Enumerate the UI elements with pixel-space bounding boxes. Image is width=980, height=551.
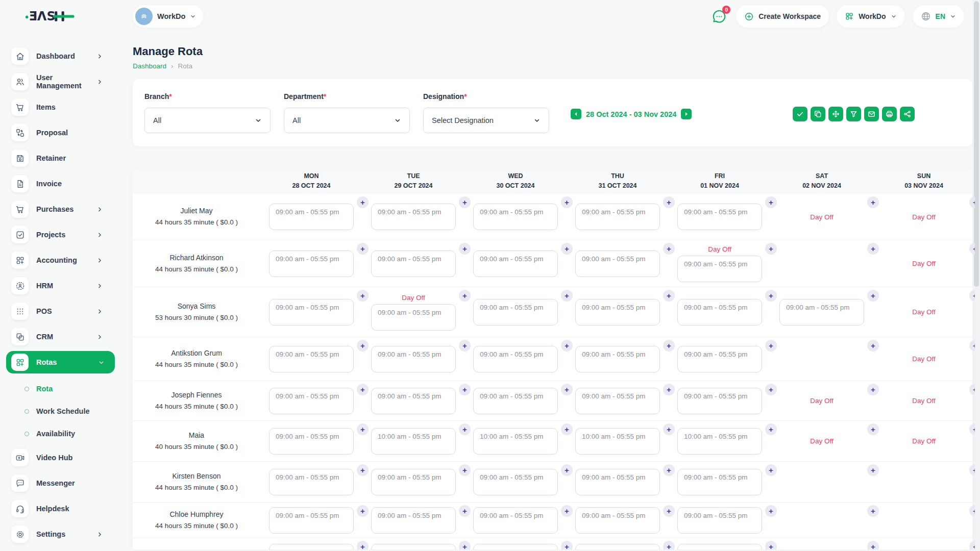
workdo-menu-button[interactable]: WorkDo bbox=[837, 5, 904, 28]
shift-slot[interactable]: 09:00 am - 05:55 pm bbox=[473, 507, 558, 534]
shift-slot[interactable]: 09:00 am - 05:55 pm bbox=[269, 544, 354, 550]
sidebar-item-messenger[interactable]: Messenger bbox=[0, 470, 117, 496]
share-button[interactable] bbox=[900, 107, 915, 121]
shift-slot[interactable]: 10:00 am - 05:55 pm bbox=[473, 428, 558, 455]
add-shift-button[interactable]: + bbox=[765, 384, 777, 395]
shift-slot[interactable]: 09:00 am - 05:55 pm bbox=[575, 388, 660, 414]
add-shift-button[interactable]: + bbox=[765, 464, 777, 476]
sidebar-item-items[interactable]: Items bbox=[0, 94, 117, 120]
add-shift-button[interactable]: + bbox=[867, 464, 879, 476]
add-shift-button[interactable]: + bbox=[561, 541, 573, 549]
sidebar-item-pos[interactable]: POS bbox=[0, 298, 117, 324]
add-shift-button[interactable]: + bbox=[969, 243, 975, 255]
add-shift-button[interactable]: + bbox=[357, 290, 369, 302]
shift-slot[interactable]: 09:00 am - 05:55 pm bbox=[473, 346, 558, 372]
sidebar-item-proposal[interactable]: Proposal bbox=[0, 120, 117, 145]
add-shift-button[interactable]: + bbox=[459, 196, 471, 208]
add-shift-button[interactable]: + bbox=[765, 340, 777, 352]
add-shift-button[interactable]: + bbox=[663, 196, 675, 208]
add-shift-button[interactable]: + bbox=[459, 423, 471, 435]
shift-slot[interactable]: 09:00 am - 05:55 pm bbox=[371, 388, 456, 414]
shift-slot[interactable]: 09:00 am - 05:55 pm bbox=[677, 299, 762, 325]
sidebar-item-helpdesk[interactable]: Helpdesk bbox=[0, 496, 117, 521]
sidebar-item-crm[interactable]: CRM bbox=[0, 324, 117, 349]
add-shift-button[interactable]: + bbox=[663, 464, 675, 476]
add-shift-button[interactable]: + bbox=[459, 464, 471, 476]
add-shift-button[interactable]: + bbox=[357, 340, 369, 352]
add-shift-button[interactable]: + bbox=[969, 423, 975, 435]
shift-slot[interactable]: 09:00 am - 05:55 pm bbox=[575, 507, 660, 534]
add-shift-button[interactable]: + bbox=[663, 505, 675, 517]
shift-slot[interactable]: 09:00 am - 05:55 pm bbox=[371, 544, 456, 550]
sidebar-subitem-rota[interactable]: Rota bbox=[0, 378, 117, 400]
sidebar-item-projects[interactable]: Projects bbox=[0, 222, 117, 247]
add-shift-button[interactable]: + bbox=[561, 423, 573, 435]
branch-select[interactable]: All bbox=[144, 108, 271, 133]
add-shift-button[interactable]: + bbox=[561, 340, 573, 352]
shift-slot[interactable]: 09:00 am - 05:55 pm bbox=[677, 256, 762, 282]
add-shift-button[interactable]: + bbox=[459, 243, 471, 255]
add-shift-button[interactable]: + bbox=[969, 384, 975, 395]
shift-slot[interactable]: 09:00 am - 05:55 pm bbox=[371, 507, 456, 534]
add-shift-button[interactable]: + bbox=[357, 464, 369, 476]
add-shift-button[interactable]: + bbox=[867, 505, 879, 517]
shift-slot[interactable]: 09:00 am - 05:55 pm bbox=[575, 544, 660, 550]
add-shift-button[interactable]: + bbox=[561, 464, 573, 476]
shift-slot[interactable]: 09:00 am - 05:55 pm bbox=[473, 544, 558, 550]
add-shift-button[interactable]: + bbox=[969, 290, 975, 302]
shift-slot[interactable]: 09:00 am - 05:55 pm bbox=[473, 299, 558, 325]
add-shift-button[interactable]: + bbox=[663, 384, 675, 395]
shift-slot[interactable]: 09:00 am - 05:55 pm bbox=[269, 469, 354, 495]
add-shift-button[interactable]: + bbox=[765, 290, 777, 302]
copy-button[interactable] bbox=[811, 107, 825, 121]
shift-slot[interactable]: 09:00 am - 05:55 pm bbox=[269, 346, 354, 372]
add-shift-button[interactable]: + bbox=[663, 243, 675, 255]
add-shift-button[interactable]: + bbox=[867, 384, 879, 395]
add-shift-button[interactable]: + bbox=[561, 384, 573, 395]
shift-slot[interactable]: 09:00 am - 05:55 pm bbox=[677, 469, 762, 495]
add-shift-button[interactable]: + bbox=[867, 423, 879, 435]
add-shift-button[interactable]: + bbox=[459, 340, 471, 352]
add-shift-button[interactable]: + bbox=[765, 243, 777, 255]
shift-slot[interactable]: 10:00 am - 05:55 pm bbox=[677, 428, 762, 455]
shift-slot[interactable]: 09:00 am - 05:55 pm bbox=[473, 469, 558, 495]
filter-button[interactable] bbox=[846, 107, 861, 121]
sidebar-item-video-hub[interactable]: Video Hub bbox=[0, 445, 117, 470]
sidebar-item-purchases[interactable]: Purchases bbox=[0, 196, 117, 222]
next-week-button[interactable] bbox=[681, 109, 692, 119]
shift-slot[interactable]: 09:00 am - 05:55 pm bbox=[269, 251, 354, 277]
shift-slot[interactable]: 10:00 am - 05:55 pm bbox=[371, 428, 456, 455]
shift-slot[interactable]: 09:00 am - 05:55 pm bbox=[575, 469, 660, 495]
add-shift-button[interactable]: + bbox=[357, 505, 369, 517]
add-shift-button[interactable]: + bbox=[969, 196, 975, 208]
add-shift-button[interactable]: + bbox=[459, 541, 471, 549]
add-shift-button[interactable]: + bbox=[561, 243, 573, 255]
sidebar-item-invoice[interactable]: Invoice bbox=[0, 171, 117, 196]
sidebar-subitem-work-schedule[interactable]: Work Schedule bbox=[0, 400, 117, 422]
shift-slot[interactable]: 09:00 am - 05:55 pm bbox=[677, 346, 762, 372]
add-shift-button[interactable]: + bbox=[969, 541, 975, 549]
designation-select[interactable]: Select Designation bbox=[423, 108, 549, 133]
add-shift-button[interactable]: + bbox=[867, 196, 879, 208]
add-shift-button[interactable]: + bbox=[663, 423, 675, 435]
shift-slot[interactable]: 09:00 am - 05:55 pm bbox=[371, 304, 456, 331]
department-select[interactable]: All bbox=[284, 108, 410, 133]
shift-slot[interactable]: 09:00 am - 05:55 pm bbox=[371, 469, 456, 495]
previous-week-button[interactable] bbox=[571, 109, 581, 119]
shift-slot[interactable]: 09:00 am - 05:55 pm bbox=[371, 204, 456, 230]
add-shift-button[interactable]: + bbox=[459, 505, 471, 517]
add-shift-button[interactable]: + bbox=[663, 541, 675, 549]
add-shift-button[interactable]: + bbox=[969, 505, 975, 517]
create-workspace-button[interactable]: Create Workspace bbox=[736, 5, 829, 28]
add-shift-button[interactable]: + bbox=[765, 541, 777, 549]
workspace-selector[interactable]: WorkDo bbox=[133, 5, 203, 28]
print-button[interactable] bbox=[882, 107, 897, 121]
add-shift-button[interactable]: + bbox=[357, 541, 369, 549]
add-shift-button[interactable]: + bbox=[867, 243, 879, 255]
shift-slot[interactable]: 09:00 am - 05:55 pm bbox=[269, 507, 354, 534]
shift-slot[interactable]: 09:00 am - 05:55 pm bbox=[677, 204, 762, 230]
add-shift-button[interactable]: + bbox=[357, 423, 369, 435]
add-shift-button[interactable]: + bbox=[357, 196, 369, 208]
shift-slot[interactable]: 09:00 am - 05:55 pm bbox=[473, 251, 558, 277]
add-shift-button[interactable]: + bbox=[459, 290, 471, 302]
